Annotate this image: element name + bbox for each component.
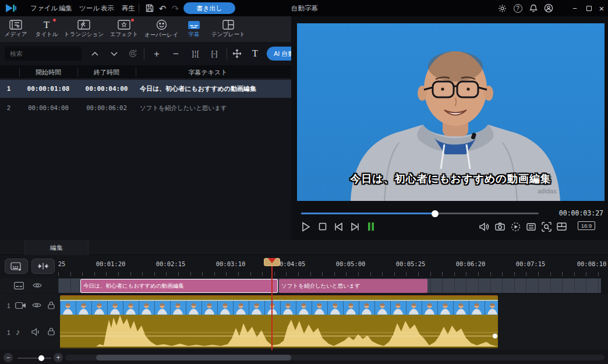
ruler-label: 00:08:10: [574, 260, 608, 267]
row-start-time: 00:00:01:08: [23, 80, 73, 98]
notifications-bell-icon[interactable]: [528, 2, 539, 14]
timeline-zoom-out-button[interactable]: −: [3, 353, 13, 362]
subtitle-track-header: [0, 278, 58, 293]
save-icon[interactable]: [144, 2, 155, 14]
tab-media[interactable]: メディア: [0, 16, 31, 42]
subtitle-track[interactable]: 今日は、初心者にもおすすめの動画編集 ソフトを紹介したいと思います: [58, 278, 601, 293]
playhead-marker[interactable]: [264, 258, 280, 266]
add-subtitle-track-button[interactable]: [5, 259, 28, 274]
col-subtitle-text: 字幕テキスト: [140, 65, 276, 79]
subtitle-track-visibility-icon[interactable]: [33, 282, 42, 289]
redo-icon[interactable]: ↷: [169, 2, 181, 14]
seek-thumb[interactable]: [432, 210, 439, 217]
video-preview[interactable]: adidas 今日は、初心者にもおすすめの動画編集: [297, 23, 605, 201]
help-icon[interactable]: ?: [512, 2, 524, 14]
subtitle-row-1[interactable]: 1 00:00:01:08 00:00:04:00 今日は、初心者にもおすすめの…: [0, 80, 291, 98]
chevron-down-icon[interactable]: [108, 47, 120, 61]
menu-edit[interactable]: 編集: [55, 0, 76, 16]
menu-play[interactable]: 再生: [118, 0, 139, 16]
subtitle-clip-1[interactable]: 今日は、初心者にもおすすめの動画編集: [80, 279, 278, 293]
split-view-icon[interactable]: [555, 220, 568, 233]
tab-title[interactable]: T タイトル: [31, 16, 62, 42]
badge-dot: [53, 19, 56, 22]
undo-icon[interactable]: ↶: [157, 2, 168, 14]
shirt-logo-text: adidas: [538, 188, 557, 195]
remove-subtitle-icon[interactable]: −: [170, 47, 182, 61]
split-subtitle-icon[interactable]: ]¦[: [189, 47, 203, 61]
menu-view[interactable]: 表示: [97, 0, 118, 16]
tab-transition[interactable]: トランジション: [62, 16, 106, 42]
timeline: 編集 00:00:25 00:01:20 00:02:15 00:03:10 0…: [0, 240, 608, 364]
video-track-visibility-icon[interactable]: [32, 302, 41, 309]
chevron-up-icon[interactable]: [89, 47, 101, 61]
move-tool-icon[interactable]: [231, 47, 243, 61]
tab-effect[interactable]: エフェクト: [106, 16, 142, 42]
search-input[interactable]: [5, 47, 82, 61]
col-end-time: 終了時間: [83, 65, 130, 79]
badge-dot: [131, 19, 134, 22]
preview-zoom-icon[interactable]: [540, 220, 553, 233]
tab-timeline-edit[interactable]: 編集: [24, 240, 89, 255]
play-button[interactable]: [299, 220, 312, 233]
ruler-label: 00:06:20: [453, 260, 488, 267]
row-end-time: 00:00:06:02: [82, 100, 132, 116]
text-style-icon[interactable]: T: [249, 47, 261, 61]
timeline-bottom-bar: − +: [0, 351, 608, 364]
scrollbar-thumb[interactable]: [96, 355, 291, 361]
subtitle-clip-2[interactable]: ソフトを紹介したいと思います: [279, 279, 427, 293]
timeline-zoom-in-button[interactable]: +: [54, 353, 63, 362]
column-divider: [77, 68, 78, 77]
timeline-zoom-thumb[interactable]: [38, 355, 44, 361]
toolbar-divider: [227, 48, 227, 59]
ruler-label: 00:00:25: [58, 260, 68, 267]
subtitle-overlay: 今日は、初心者にもおすすめの動画編集: [297, 172, 605, 186]
video-track-lock-icon[interactable]: [48, 301, 55, 309]
toolbar-divider: [144, 48, 144, 59]
details-list-icon[interactable]: [525, 220, 538, 233]
speech-to-text-icon[interactable]: [126, 47, 139, 61]
next-frame-button[interactable]: [348, 220, 361, 233]
audio-track-volume-icon[interactable]: [31, 328, 41, 336]
close-button[interactable]: ×: [595, 0, 608, 16]
previous-frame-button[interactable]: [333, 220, 345, 233]
menu-divider: [139, 3, 139, 13]
tab-subtitle[interactable]: 字幕: [181, 16, 207, 42]
ai-auto-subtitle-button[interactable]: AI 自動字幕: [267, 47, 291, 61]
audio-track-lock-icon[interactable]: [48, 327, 55, 335]
app-logo-icon: [5, 3, 17, 13]
minimize-button[interactable]: −: [568, 0, 581, 16]
tab-template[interactable]: テンプレート: [207, 16, 249, 42]
video-clip[interactable]: [60, 295, 498, 348]
row-subtitle-text: 今日は、初心者にもおすすめの動画編集: [140, 80, 256, 98]
settings-gear-icon[interactable]: [496, 2, 508, 14]
ruler-label: 00:05:00: [333, 260, 368, 267]
ruler-ticks: [58, 272, 608, 276]
asset-tab-strip: メディア T タイトル トランジション エフェクト オーバーレイ: [0, 16, 291, 42]
subtitle-row-2[interactable]: 2 00:00:04:00 00:00:06:02 ソフトを紹介したいと思います: [0, 100, 291, 116]
account-icon[interactable]: [543, 2, 554, 14]
timeline-zoom-slider[interactable]: [17, 358, 51, 359]
export-button[interactable]: 書き出し: [183, 2, 235, 14]
add-subtitle-icon[interactable]: +: [151, 47, 162, 61]
merge-subtitle-icon[interactable]: [-]: [207, 47, 221, 61]
stop-button[interactable]: [316, 220, 329, 233]
seek-fill: [301, 213, 435, 214]
ruler-label: 00:02:15: [153, 260, 188, 267]
maximize-button[interactable]: [582, 0, 595, 16]
tab-overlay[interactable]: オーバーレイ: [142, 16, 181, 42]
aspect-ratio-badge[interactable]: 16:9: [578, 221, 595, 230]
subtitle-track-icon: [14, 282, 24, 289]
playhead-line[interactable]: [271, 262, 273, 350]
snap-toggle-button[interactable]: [31, 259, 55, 274]
seek-bar[interactable]: [301, 213, 539, 214]
volume-handle: [493, 334, 497, 338]
snapshot-camera-icon[interactable]: [493, 220, 506, 233]
playhead-triangle-icon: [268, 258, 276, 263]
audio-track-icon: ♪: [16, 327, 20, 337]
timeline-ruler[interactable]: 00:00:25 00:01:20 00:02:15 00:03:10 00:0…: [58, 256, 608, 277]
timeline-horizontal-scrollbar[interactable]: [65, 355, 605, 361]
pause-indicator[interactable]: [365, 220, 377, 233]
render-preview-icon[interactable]: [509, 220, 522, 233]
volume-icon[interactable]: [478, 220, 490, 233]
preview-panel: adidas 今日は、初心者にもおすすめの動画編集 00:00:03:27: [291, 16, 608, 240]
